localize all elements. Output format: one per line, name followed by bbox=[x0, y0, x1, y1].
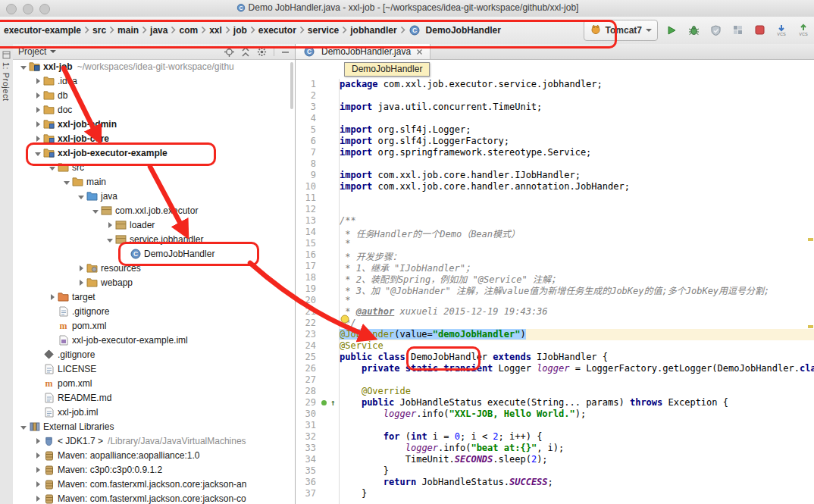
gutter-line[interactable]: 32 bbox=[296, 431, 339, 443]
tree-item-jdk1-7[interactable]: < JDK1.7 >/Library/Java/JavaVirtualMachi… bbox=[13, 434, 295, 448]
tree-item-demojobhandler[interactable]: CDemoJobHandler bbox=[13, 246, 295, 261]
breadcrumb-item-java[interactable]: java bbox=[149, 25, 169, 36]
code-line-15[interactable]: * bbox=[340, 238, 814, 249]
profiler-button[interactable] bbox=[729, 20, 746, 40]
gutter-line[interactable]: 23 bbox=[296, 329, 339, 340]
tree-item-java[interactable]: java bbox=[13, 189, 295, 203]
collapsed-arrow-icon[interactable] bbox=[33, 452, 42, 459]
tree-item-xxl-job-admin[interactable]: xxl-job-admin bbox=[13, 117, 295, 131]
code-line-7[interactable]: import org.springframework.stereotype.Se… bbox=[340, 147, 814, 158]
collapsed-arrow-icon[interactable] bbox=[48, 294, 57, 300]
expanded-arrow-icon[interactable] bbox=[19, 424, 28, 430]
gutter-line[interactable]: 36 bbox=[296, 477, 339, 488]
code-line-18[interactable]: * 2、装配到Spring，例如加 "@Service" 注解； bbox=[340, 272, 814, 283]
code-line-4[interactable] bbox=[340, 113, 814, 124]
code-line-37[interactable]: } bbox=[340, 488, 814, 499]
breadcrumb-item-jobhandler[interactable]: jobhandler bbox=[349, 25, 398, 36]
breadcrumb-item-main[interactable]: main bbox=[116, 25, 140, 36]
gutter-line[interactable]: 22 bbox=[296, 318, 339, 329]
tree-item-webapp[interactable]: webapp bbox=[13, 275, 295, 290]
code-line-10[interactable]: import com.xxl.job.core.handler.annotati… bbox=[340, 181, 814, 193]
code-line-2[interactable] bbox=[340, 90, 814, 102]
code-line-30[interactable]: logger.info("XXL-JOB, Hello World."); bbox=[340, 409, 814, 420]
gutter-line[interactable]: 16 bbox=[296, 249, 339, 261]
code-line-17[interactable]: * 1、继承 "IJobHandler"； bbox=[340, 261, 814, 272]
collapsed-arrow-icon[interactable] bbox=[33, 136, 42, 142]
tree-item-doc[interactable]: doc bbox=[13, 102, 295, 117]
code-line-16[interactable]: * 开发步骤： bbox=[340, 249, 814, 261]
tree-item-xxl-job-iml[interactable]: xxl-job.iml bbox=[13, 405, 295, 419]
debug-button[interactable] bbox=[685, 20, 702, 40]
breadcrumb-item-executor-example[interactable]: executor-example bbox=[2, 25, 83, 36]
code-line-6[interactable]: import org.slf4j.LoggerFactory; bbox=[340, 136, 814, 147]
hide-button[interactable] bbox=[281, 48, 290, 56]
gutter-line[interactable]: 35 bbox=[296, 465, 339, 477]
expanded-arrow-icon[interactable] bbox=[77, 193, 86, 199]
code-line-31[interactable] bbox=[340, 420, 814, 431]
expanded-arrow-icon[interactable] bbox=[48, 164, 57, 171]
tree-item-external-libraries[interactable]: External Libraries bbox=[13, 419, 295, 434]
tree-item-readme-md[interactable]: README.md bbox=[13, 390, 295, 405]
intention-bulb-icon[interactable] bbox=[340, 315, 349, 330]
collapsed-arrow-icon[interactable] bbox=[33, 78, 42, 84]
code-line-12[interactable] bbox=[340, 204, 814, 215]
collapsed-arrow-icon[interactable] bbox=[105, 222, 114, 228]
collapsed-arrow-icon[interactable] bbox=[33, 121, 42, 127]
collapsed-arrow-icon[interactable] bbox=[33, 496, 42, 502]
expanded-arrow-icon[interactable] bbox=[62, 179, 71, 185]
code-line-21[interactable]: * @author xuxueli 2015-12-19 19:43:36 bbox=[340, 306, 814, 318]
tree-item-maven-com-fasterxml-jackson-core-jackson-an[interactable]: Maven: com.fasterxml.jackson.core:jackso… bbox=[13, 477, 295, 491]
breadcrumb-item-com[interactable]: com bbox=[177, 25, 199, 36]
tree-item-license[interactable]: LICENSE bbox=[13, 362, 295, 376]
gutter-line[interactable]: 2 bbox=[296, 90, 339, 102]
gutter-line[interactable]: 30 bbox=[296, 409, 339, 420]
gutter-line[interactable]: 4 bbox=[296, 113, 339, 124]
code-line-11[interactable] bbox=[340, 193, 814, 204]
collapsed-arrow-icon[interactable] bbox=[33, 481, 42, 487]
expanded-arrow-icon[interactable] bbox=[91, 208, 100, 214]
gutter-line[interactable]: 7 bbox=[296, 147, 339, 158]
gutter-line[interactable]: 6 bbox=[296, 136, 339, 147]
tree-item-idea[interactable]: .idea bbox=[13, 74, 295, 88]
gutter-line[interactable]: 28 bbox=[296, 386, 339, 397]
gutter-line[interactable]: 14 bbox=[296, 227, 339, 238]
code-line-24[interactable]: @Service bbox=[340, 340, 814, 352]
gutter-line[interactable]: 5 bbox=[296, 124, 339, 136]
stop-button[interactable] bbox=[751, 20, 768, 40]
code-line-14[interactable]: * 任务Handler的一个Demo（Bean模式） bbox=[340, 227, 814, 238]
code-line-8[interactable] bbox=[340, 158, 814, 170]
collapse-button[interactable] bbox=[241, 47, 250, 57]
breadcrumb-item-xxl[interactable]: xxl bbox=[208, 25, 224, 36]
code-line-32[interactable]: for (int i = 0; i < 2; i++) { bbox=[340, 431, 814, 443]
code-line-19[interactable]: * 3、加 "@JobHander" 注解，注解value值为新增任务生成的Jo… bbox=[340, 283, 814, 295]
tree-item-gitignore[interactable]: .gitignore bbox=[13, 347, 295, 362]
gutter-line[interactable]: 10 bbox=[296, 181, 339, 193]
expanded-arrow-icon[interactable] bbox=[33, 150, 42, 156]
code-line-5[interactable]: import org.slf4j.Logger; bbox=[340, 124, 814, 136]
code-editor[interactable]: 1234567891011121314151617181920212223242… bbox=[296, 79, 814, 504]
gutter-line[interactable]: 24 bbox=[296, 340, 339, 352]
breadcrumb-item-executor[interactable]: executor bbox=[257, 25, 298, 36]
gutter-line[interactable]: 18 bbox=[296, 272, 339, 283]
gutter-line[interactable]: 31 bbox=[296, 420, 339, 431]
gutter-line[interactable]: 26 bbox=[296, 363, 339, 374]
locate-button[interactable] bbox=[224, 47, 234, 57]
bean-marker-icon[interactable] bbox=[321, 400, 327, 405]
code-line-9[interactable]: import com.xxl.job.core.handler.IJobHand… bbox=[340, 170, 814, 181]
tree-item-maven-c3p0-c3p0-0-9-1-2[interactable]: Maven: c3p0:c3p0:0.9.1.2 bbox=[13, 462, 295, 477]
tree-item-db[interactable]: db bbox=[13, 88, 295, 102]
gutter-line[interactable]: 19 bbox=[296, 283, 339, 295]
code-line-28[interactable]: @Override bbox=[340, 386, 814, 397]
run-config-selector[interactable]: Tomcat7 bbox=[584, 20, 658, 41]
tree-item-xxl-job-core[interactable]: xxl-job-core bbox=[13, 131, 295, 146]
breadcrumb-item-demojobhandler[interactable]: CDemoJobHandler bbox=[407, 25, 502, 36]
tree-item-xxl-job-executor-example-iml[interactable]: xxl-job-executor-example.iml bbox=[13, 333, 295, 347]
tree-item-maven-aopalliance-aopalliance-1-0[interactable]: Maven: aopalliance:aopalliance:1.0 bbox=[13, 448, 295, 462]
tree-item-xxl-job[interactable]: xxl-job~/workspaces/idea-git-workspace/g… bbox=[13, 59, 295, 74]
run-button[interactable] bbox=[663, 20, 680, 40]
collapsed-arrow-icon[interactable] bbox=[77, 280, 86, 286]
code-line-13[interactable]: /** bbox=[340, 215, 814, 227]
gutter-line[interactable]: 33 bbox=[296, 443, 339, 454]
override-marker-icon[interactable]: ↑ bbox=[330, 398, 336, 408]
tree-item-gitignore[interactable]: .gitignore bbox=[13, 304, 295, 318]
